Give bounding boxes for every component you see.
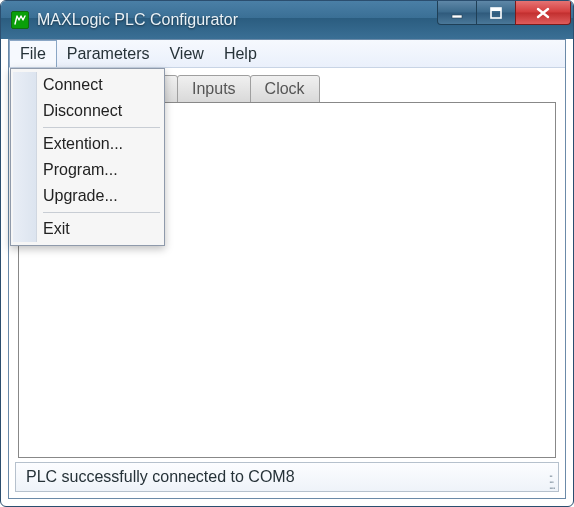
menu-extension[interactable]: Extention... (13, 131, 162, 157)
tab-inputs-label: Inputs (192, 80, 236, 98)
client-area: File Connect Disconnect Extention... Pro… (8, 39, 566, 499)
window-title: MAXLogic PLC Configurator (37, 11, 438, 29)
menu-disconnect[interactable]: Disconnect (13, 98, 162, 124)
maximize-button[interactable] (476, 1, 516, 25)
tab-clock-label: Clock (265, 80, 305, 98)
minimize-button[interactable] (437, 1, 477, 25)
menu-view-label: View (169, 45, 203, 63)
tab-inputs[interactable]: Inputs (177, 75, 251, 103)
svg-rect-0 (452, 15, 462, 18)
menu-parameters-label: Parameters (67, 45, 150, 63)
dropdown-separator (43, 127, 160, 128)
file-dropdown: Connect Disconnect Extention... Program.… (10, 68, 165, 246)
menu-parameters[interactable]: Parameters (57, 40, 160, 67)
svg-rect-2 (491, 8, 501, 11)
menu-upgrade[interactable]: Upgrade... (13, 183, 162, 209)
menu-help-label: Help (224, 45, 257, 63)
menu-program[interactable]: Program... (13, 157, 162, 183)
title-bar[interactable]: MAXLogic PLC Configurator (1, 1, 573, 39)
menu-connect[interactable]: Connect (13, 72, 162, 98)
app-window: MAXLogic PLC Configurator File Connect D… (0, 0, 574, 507)
status-bar: PLC successfully connected to COM8 .....… (15, 462, 559, 492)
menu-view[interactable]: View (159, 40, 213, 67)
tab-clock[interactable]: Clock (250, 75, 320, 103)
window-buttons (438, 1, 573, 39)
dropdown-separator (43, 212, 160, 213)
menu-help[interactable]: Help (214, 40, 267, 67)
menu-bar: File Connect Disconnect Extention... Pro… (9, 40, 565, 68)
menu-file[interactable]: File Connect Disconnect Extention... Pro… (9, 40, 57, 67)
app-icon (11, 11, 29, 29)
status-text: PLC successfully connected to COM8 (26, 468, 295, 486)
resize-grip-icon[interactable]: ......... (549, 470, 554, 488)
menu-exit[interactable]: Exit (13, 216, 162, 242)
close-button[interactable] (515, 1, 571, 25)
menu-file-label: File (20, 45, 46, 63)
